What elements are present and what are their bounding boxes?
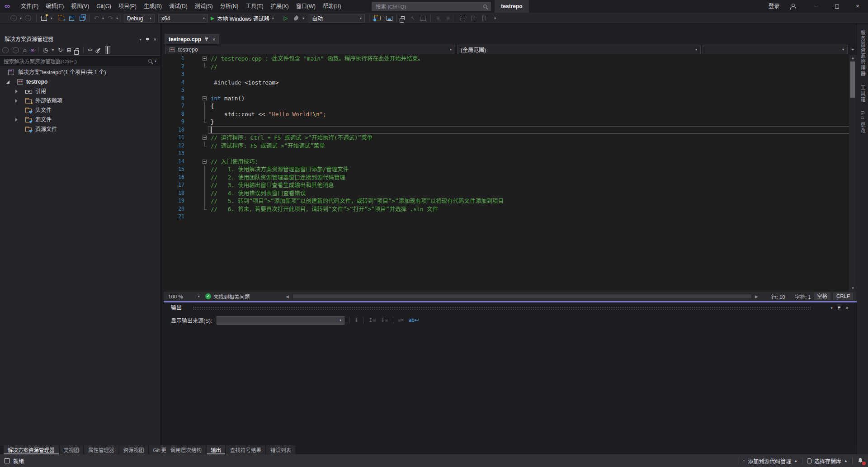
memory-diagnostics-combo[interactable]: 自动▾ [309, 14, 365, 23]
output-close-icon[interactable]: × [846, 305, 849, 311]
code-line[interactable]: 18// 4. 使用错误列表窗口查看错误 [164, 189, 857, 198]
fold-collapse-icon[interactable] [203, 160, 207, 164]
properties-wrench-icon[interactable] [96, 48, 100, 52]
close-panel-icon[interactable]: × [154, 37, 156, 42]
show-all-files-icon[interactable]: <> [88, 47, 92, 52]
split-editor-handle[interactable]: + [849, 45, 857, 54]
copy-file-icon[interactable] [400, 14, 406, 23]
output-panel-header[interactable]: 输出 ▾ × [164, 302, 857, 313]
hscroll-left-icon[interactable]: ◀ [286, 292, 289, 301]
navigate-back-dropdown-icon[interactable]: ▾ [19, 14, 23, 23]
toolbar-overflow-icon[interactable]: ▾ [493, 14, 497, 23]
menu-item[interactable]: 项目(P) [115, 0, 140, 13]
tree-item[interactable]: testrepo [0, 77, 160, 87]
new-project-icon[interactable] [40, 14, 48, 23]
menu-item[interactable]: 生成(B) [140, 0, 165, 13]
configuration-combo[interactable]: Debug▾ [124, 14, 155, 23]
expanded-arrow-icon[interactable] [6, 80, 9, 84]
add-to-source-control-button[interactable]: ↑ 添加到源代码管理 ▲ [738, 454, 802, 467]
collapsed-arrow-icon[interactable] [15, 99, 18, 103]
editor-horizontal-scrollbar[interactable] [292, 293, 752, 299]
fold-collapse-icon[interactable] [203, 136, 207, 140]
code-line[interactable]: 8 std::cout << "Hello World!\n"; [164, 110, 857, 118]
menu-item[interactable]: 编辑(E) [42, 0, 67, 13]
word-wrap-icon[interactable]: ab↩ [409, 317, 419, 323]
background-tasks-icon[interactable] [5, 458, 9, 463]
open-file-icon[interactable] [57, 14, 65, 23]
left-dock-tab[interactable]: 属性管理器 [84, 445, 118, 454]
tab-testrepo-cpp[interactable]: testrepo.cpp × [165, 34, 219, 44]
column-indicator[interactable]: 字符: 1 [795, 292, 811, 301]
restore-button[interactable] [826, 0, 847, 13]
left-dock-tab[interactable]: 类视图 [60, 445, 84, 454]
pin-icon[interactable] [146, 38, 150, 42]
refresh-icon[interactable]: ↻ [58, 47, 63, 53]
menu-item[interactable]: 测试(S) [191, 0, 217, 13]
se-search-dropdown-icon[interactable]: ▾ [155, 59, 156, 63]
left-dock-tab[interactable]: 资源视图 [119, 445, 148, 454]
add-item-icon[interactable] [373, 14, 382, 23]
fold-collapse-icon[interactable] [203, 57, 207, 61]
panel-drag-handle[interactable] [193, 307, 811, 310]
next-message-icon[interactable]: ↧≡ [380, 317, 388, 323]
code-line[interactable]: 20// 6. 将来，若要再次打开此项目，请转到“文件”>“打开”>“项目”并选… [164, 205, 857, 213]
code-line[interactable]: 16// 2. 使用团队资源管理器窗口连接到源代码管理 [164, 174, 857, 182]
space-indicator[interactable]: 空格 [814, 292, 830, 300]
autohide-tab[interactable]: 服务器资源管理器 [859, 30, 866, 77]
sync-with-active-document-icon[interactable] [75, 48, 79, 52]
select-repository-button[interactable]: 选择存储库 ▲ [802, 454, 852, 467]
save-icon[interactable] [68, 14, 75, 23]
hscroll-right-icon[interactable]: ▶ [755, 292, 758, 301]
code-line[interactable]: 1// testrepo.cpp : 此文件包含 "main" 函数。程序执行将… [164, 55, 857, 63]
tree-item[interactable]: 解决方案"testrepo"(1 个项目/共 1 个) [0, 68, 160, 77]
platform-combo[interactable]: x64▾ [158, 14, 208, 23]
tab-pin-icon[interactable] [205, 37, 209, 41]
code-line[interactable]: 15// 1. 使用解决方案资源管理器窗口添加/管理文件 [164, 165, 857, 174]
menu-item[interactable]: 帮助(H) [319, 0, 345, 13]
paste-icon[interactable] [420, 14, 426, 23]
start-debugging-button[interactable]: ▶ 本地 Windows 调试器 ▾ [211, 14, 274, 23]
code-line[interactable]: 12// 调试程序: F5 或调试 >“开始调试”菜单 [164, 142, 857, 150]
member-dropdown[interactable]: ▾ [703, 45, 848, 54]
menu-item[interactable]: 工具(T) [242, 0, 267, 13]
left-dock-tab[interactable]: 解决方案资源管理器 [4, 445, 59, 454]
toggle-bookmark-icon[interactable] [459, 14, 466, 23]
collapsed-arrow-icon[interactable] [15, 118, 18, 122]
navigate-back-icon[interactable]: ← [10, 14, 17, 23]
redo-dropdown-icon[interactable]: ▾ [115, 14, 119, 23]
code-line[interactable]: 5 [164, 86, 857, 94]
code-editor[interactable]: 1// testrepo.cpp : 此文件包含 "main" 函数。程序执行将… [164, 55, 857, 292]
scroll-up-icon[interactable]: ▲ [849, 55, 857, 61]
filter-dropdown-icon[interactable]: ▾ [52, 48, 54, 52]
code-line[interactable]: 14// 入门使用技巧: [164, 158, 857, 166]
start-without-debugging-icon[interactable]: ▷ [283, 14, 289, 23]
previous-message-icon[interactable]: ↥≡ [368, 317, 376, 323]
fold-collapse-icon[interactable] [203, 96, 207, 100]
menu-item[interactable]: 调试(D) [165, 0, 191, 13]
increase-indent-icon[interactable]: ≡ [445, 14, 451, 23]
save-all-icon[interactable] [78, 14, 86, 23]
tree-item[interactable]: 头文件 [0, 106, 160, 115]
pending-changes-filter-icon[interactable]: ◷ [43, 47, 47, 53]
tab-close-icon[interactable]: × [212, 37, 215, 42]
undo-dropdown-icon[interactable]: ▾ [101, 14, 105, 23]
user-profile-icon[interactable] [790, 4, 796, 9]
output-source-combo[interactable]: ▾ [217, 316, 344, 325]
close-button[interactable]: × [847, 0, 868, 13]
collapse-all-icon[interactable]: ⊟ [67, 47, 71, 53]
cursor-select-icon[interactable]: ↖ [410, 14, 416, 23]
redo-icon[interactable]: ↷ [107, 14, 114, 23]
sign-in-button[interactable]: 登录 [769, 0, 779, 13]
home-icon[interactable]: ⌂ [23, 47, 27, 53]
tree-item[interactable]: 源文件 [0, 115, 160, 125]
code-line[interactable]: 2// [164, 63, 857, 71]
menu-item[interactable]: 视图(V) [67, 0, 93, 13]
output-options-icon[interactable]: ▾ [831, 306, 833, 310]
bottom-dock-tab[interactable]: 调用层次结构 [166, 445, 206, 454]
zoom-dropdown[interactable]: 100 % ▾ [168, 292, 200, 301]
bottom-dock-tab[interactable]: 查找符号结果 [226, 445, 265, 454]
hot-reload-icon[interactable] [293, 14, 299, 23]
menu-item[interactable]: 文件(F) [17, 0, 42, 13]
code-line[interactable]: 4 #include <iostream> [164, 79, 857, 87]
eol-indicator[interactable]: CRLF [833, 292, 853, 300]
